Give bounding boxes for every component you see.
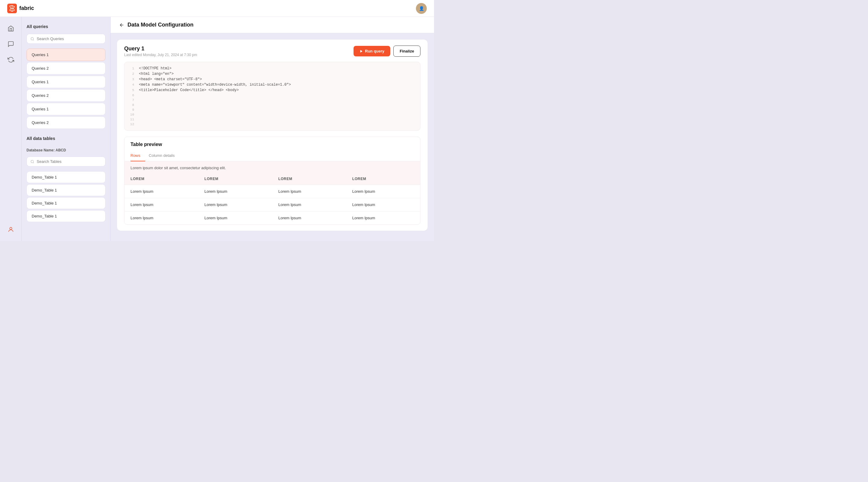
app-logo[interactable]: fabric (7, 4, 34, 13)
search-tables-icon (30, 160, 34, 164)
query-item-0[interactable]: Queries 1 (27, 49, 105, 61)
col-header-0: LOREM (124, 173, 198, 185)
code-line: 1<!DOCTYPE html> (124, 66, 420, 71)
table-item-1[interactable]: Demo_Table 1 (27, 184, 105, 196)
cell: Lorem Ipsum (198, 198, 272, 211)
page-header: Data Model Configuration (111, 17, 434, 33)
cell: Lorem Ipsum (198, 185, 272, 198)
tables-list: Demo_Table 1 Demo_Table 1 Demo_Table 1 D… (27, 171, 105, 223)
table-preview: Table preview Rows Column details Lorem … (124, 137, 421, 225)
finalize-button[interactable]: Finalize (393, 46, 421, 57)
topnav: fabric 👤 (0, 0, 434, 17)
main-content: Data Model Configuration Query 1 Last ed… (111, 17, 434, 241)
query-panel: Query 1 Last edited Monday, July 21, 202… (117, 39, 428, 231)
search-tables-box[interactable] (27, 157, 105, 167)
all-data-tables-title: All data tables (27, 136, 105, 141)
content-area: Query 1 Last edited Monday, July 21, 202… (111, 33, 434, 241)
col-header-1: LOREM (198, 173, 272, 185)
code-line: 9 (124, 107, 420, 112)
cell: Lorem Ipsum (198, 211, 272, 225)
table-item-2[interactable]: Demo_Table 1 (27, 197, 105, 209)
tab-rows[interactable]: Rows (130, 151, 145, 161)
code-line: 3<head> <meta charset="UTF-8"> (124, 77, 420, 82)
page-title: Data Model Configuration (127, 22, 193, 28)
cell: Lorem Ipsum (346, 198, 420, 211)
sidebar-item-chat[interactable] (4, 37, 18, 51)
queries-list: Queries 1 Queries 2 Queries 1 Queries 2 … (27, 49, 105, 130)
code-line: 6 (124, 93, 420, 98)
code-line: 5<title>Placeholder Code</title> </head>… (124, 87, 420, 93)
code-editor[interactable]: 1<!DOCTYPE html> 2<html lang="en"> 3<hea… (124, 62, 421, 131)
avatar[interactable]: 👤 (416, 3, 427, 14)
refresh-icon (7, 56, 14, 63)
code-line: 10 (124, 112, 420, 117)
table-row: Lorem Ipsum Lorem Ipsum Lorem Ipsum Lore… (124, 211, 420, 225)
code-line: 12 (124, 122, 420, 127)
query-item-2[interactable]: Queries 1 (27, 76, 105, 88)
database-label: Database Name: ABCD (27, 148, 105, 152)
all-queries-title: All queries (27, 24, 105, 29)
sidebar-item-home[interactable] (4, 22, 18, 35)
icon-sidebar (0, 17, 22, 241)
cell: Lorem Ipsum (124, 185, 198, 198)
back-arrow-icon (119, 22, 124, 28)
query-info: Query 1 Last edited Monday, July 21, 202… (124, 46, 197, 57)
sidebar-item-bottom[interactable] (4, 223, 18, 236)
table-item-3[interactable]: Demo_Table 1 (27, 210, 105, 222)
query-item-5[interactable]: Queries 2 (27, 116, 105, 129)
svg-point-3 (31, 160, 34, 163)
search-queries-icon (30, 37, 34, 41)
user-icon (7, 226, 14, 233)
code-line: 7 (124, 98, 420, 103)
table-header-row: LOREM LOREM LOREM LOREM (124, 173, 420, 185)
code-line: 8 (124, 103, 420, 107)
query-item-3[interactable]: Queries 2 (27, 89, 105, 102)
run-query-label: Run query (365, 49, 384, 53)
search-queries-box[interactable] (27, 34, 105, 44)
code-line: 11 (124, 117, 420, 122)
query-panel-header: Query 1 Last edited Monday, July 21, 202… (124, 46, 421, 57)
run-query-button[interactable]: Run query (353, 46, 390, 56)
sidebar-item-refresh[interactable] (4, 53, 18, 66)
cell: Lorem Ipsum (124, 198, 198, 211)
data-table: LOREM LOREM LOREM LOREM Lorem Ipsum Lore… (124, 173, 420, 224)
cell: Lorem Ipsum (273, 185, 346, 198)
query-name: Query 1 (124, 46, 197, 52)
col-header-3: LOREM (346, 173, 420, 185)
cell: Lorem Ipsum (273, 198, 346, 211)
main-layout: All queries Queries 1 Queries 2 Queries … (0, 17, 434, 241)
play-icon (360, 50, 363, 53)
code-line: 4<meta name="viewport" content="width=de… (124, 82, 420, 87)
app-name: fabric (19, 5, 34, 11)
preview-description: Lorem ipsum dolor sit amet, consectetur … (124, 161, 420, 173)
tab-column-details[interactable]: Column details (149, 151, 180, 161)
table-item-0[interactable]: Demo_Table 1 (27, 171, 105, 183)
left-panel: All queries Queries 1 Queries 2 Queries … (22, 17, 111, 241)
svg-point-2 (31, 37, 34, 40)
preview-header: Table preview Rows Column details (124, 137, 420, 161)
preview-tabs: Rows Column details (124, 151, 420, 161)
svg-point-1 (10, 227, 12, 230)
query-actions: Run query Finalize (353, 46, 421, 57)
col-header-2: LOREM (273, 173, 346, 185)
svg-marker-4 (361, 50, 363, 53)
home-icon (7, 25, 14, 32)
search-queries-input[interactable] (37, 36, 101, 41)
table-preview-title: Table preview (124, 142, 420, 147)
cell: Lorem Ipsum (273, 211, 346, 225)
back-button[interactable] (119, 22, 124, 28)
query-item-4[interactable]: Queries 1 (27, 103, 105, 115)
cell: Lorem Ipsum (124, 211, 198, 225)
query-edited: Last edited Monday, July 21, 2024 at 7:3… (124, 53, 197, 57)
fabric-logo-icon (7, 4, 17, 13)
code-line: 2<html lang="en"> (124, 71, 420, 77)
table-row: Lorem Ipsum Lorem Ipsum Lorem Ipsum Lore… (124, 198, 420, 211)
table-row: Lorem Ipsum Lorem Ipsum Lorem Ipsum Lore… (124, 185, 420, 198)
cell: Lorem Ipsum (346, 185, 420, 198)
search-tables-input[interactable] (37, 159, 101, 164)
chat-icon (7, 41, 14, 47)
cell: Lorem Ipsum (346, 211, 420, 225)
query-item-1[interactable]: Queries 2 (27, 62, 105, 75)
